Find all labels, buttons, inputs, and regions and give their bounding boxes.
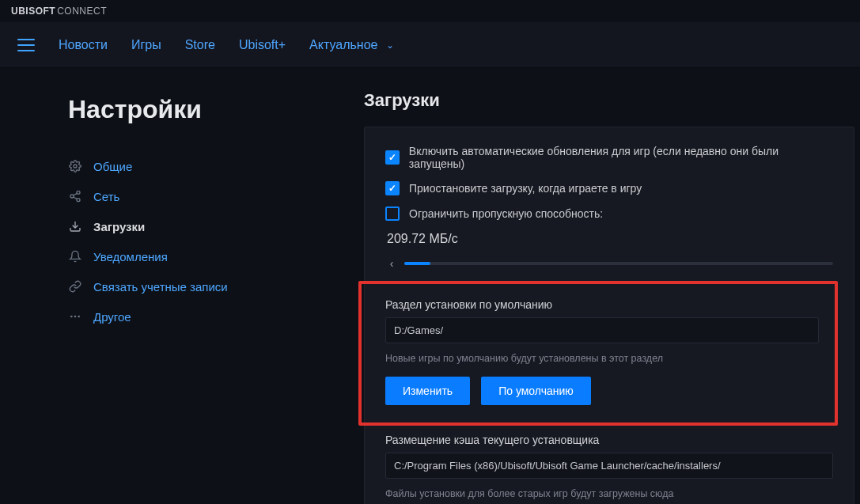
bandwidth-slider[interactable]: ‹ (385, 257, 833, 270)
nav-featured[interactable]: Актуальное ⌄ (309, 38, 394, 52)
sidebar-item-downloads[interactable]: Загрузки (68, 211, 340, 241)
sidebar-item-label: Общие (93, 160, 132, 173)
top-nav: Новости Игры Store Ubisoft+ Актуальное ⌄ (0, 22, 860, 68)
dots-icon (68, 309, 82, 324)
nav-ubisoft-plus[interactable]: Ubisoft+ (239, 38, 286, 52)
sidebar-item-label: Другое (93, 310, 131, 324)
menu-icon[interactable] (17, 39, 35, 51)
downloads-panel: Включить автоматические обновления для и… (364, 127, 854, 504)
nav-news[interactable]: Новости (59, 38, 108, 52)
sidebar-item-general[interactable]: Общие (68, 151, 340, 181)
brand-light: CONNECT (57, 6, 107, 17)
checkbox-label: Ограничить пропускную способность: (409, 207, 603, 220)
sidebar-item-link-accounts[interactable]: Связать учетные записи (68, 271, 340, 301)
svg-point-0 (74, 165, 77, 168)
sidebar: Настройки Общие Сеть Загрузки (0, 68, 340, 504)
checkbox-icon[interactable] (385, 181, 400, 195)
sidebar-item-label: Связать учетные записи (93, 280, 228, 294)
default-install-path-button[interactable]: По умолчанию (481, 377, 591, 405)
svg-point-2 (70, 195, 74, 198)
main-content: Загрузки Включить автоматические обновле… (340, 68, 860, 504)
svg-point-8 (74, 316, 77, 318)
sidebar-item-label: Сеть (93, 190, 119, 203)
checkbox-auto-update-row[interactable]: Включить автоматические обновления для и… (385, 145, 833, 170)
cache-path-input[interactable] (385, 453, 833, 479)
svg-point-1 (77, 191, 80, 194)
share-icon (68, 189, 82, 203)
install-path-highlight: Раздел установки по умолчанию Новые игры… (358, 281, 838, 426)
svg-point-9 (78, 316, 80, 318)
bell-icon (68, 249, 82, 263)
slider-track[interactable] (404, 262, 833, 265)
sidebar-item-label: Загрузки (93, 220, 145, 233)
checkbox-icon[interactable] (385, 207, 400, 221)
sidebar-item-other[interactable]: Другое (68, 301, 340, 332)
install-path-label: Раздел установки по умолчанию (385, 298, 819, 311)
checkbox-label: Включить автоматические обновления для и… (409, 145, 833, 170)
section-title: Загрузки (364, 90, 860, 111)
chevron-down-icon: ⌄ (386, 40, 394, 51)
install-path-hint: Новые игры по умолчанию будут установлен… (385, 353, 819, 364)
cache-path-label: Размещение кэша текущего установщика (385, 434, 833, 446)
chevron-left-icon[interactable]: ‹ (385, 257, 398, 270)
titlebar: UBISOFT CONNECT (0, 0, 860, 22)
svg-point-3 (77, 199, 80, 202)
nav-store[interactable]: Store (185, 38, 215, 52)
bandwidth-value: 209.72 МБ/с (387, 232, 833, 246)
page-title: Настройки (68, 95, 340, 124)
change-install-path-button[interactable]: Изменить (385, 377, 470, 405)
checkbox-icon[interactable] (385, 150, 400, 165)
install-path-input[interactable] (385, 317, 819, 343)
gear-icon (68, 159, 82, 173)
slider-fill (404, 262, 430, 265)
sidebar-item-notifications[interactable]: Уведомления (68, 241, 340, 271)
cache-path-hint: Файлы установки для более старых игр буд… (385, 488, 833, 499)
svg-point-7 (70, 316, 73, 318)
sidebar-item-label: Уведомления (93, 250, 168, 263)
svg-line-4 (74, 193, 78, 195)
nav-games[interactable]: Игры (131, 38, 161, 52)
download-icon (68, 219, 82, 233)
svg-line-5 (74, 197, 78, 199)
checkbox-limit-bandwidth-row[interactable]: Ограничить пропускную способность: (385, 207, 833, 221)
link-icon (68, 279, 82, 294)
brand-bold: UBISOFT (11, 6, 55, 17)
checkbox-pause-on-play-row[interactable]: Приостановите загрузку, когда играете в … (385, 181, 833, 195)
checkbox-label: Приостановите загрузку, когда играете в … (409, 182, 642, 195)
sidebar-item-network[interactable]: Сеть (68, 181, 340, 211)
